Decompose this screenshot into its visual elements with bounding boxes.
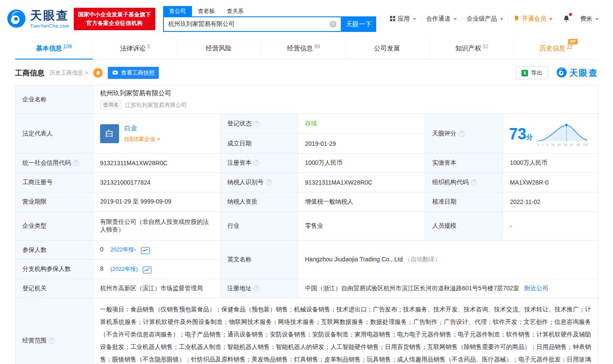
former-name-value[interactable]: 江苏玖到家贸易有限公司 [125, 101, 187, 109]
view-business-snapshot-button[interactable]: 查看工商快照 [108, 67, 159, 79]
annual-report-link[interactable]: 2022年报› [110, 246, 136, 253]
reg-address-label-cell: 注册地址? [220, 279, 298, 298]
staff-size-value: - [503, 212, 598, 241]
nav-open-vip-label: 开通会员 [522, 15, 546, 23]
score-axis-labels: 0151550859799100 [537, 143, 588, 146]
annual-report-link[interactable]: (2022年报) [110, 266, 138, 272]
branch-insured-label: 分支机构参保人数 [16, 260, 93, 279]
help-icon[interactable]: ? [49, 338, 55, 344]
nav-cooperation[interactable]: 合作通道 [421, 15, 462, 23]
tab-intellectual-property[interactable]: 知识产权 32 [430, 38, 514, 59]
business-term-label: 营业期限 [16, 192, 93, 212]
certification-badge-line1: 国家中小企业发展子基金旗下 [78, 10, 151, 19]
score-label: 天眼评分 [432, 130, 456, 137]
tab-count: 32 [483, 44, 488, 50]
bell-icon [95, 70, 101, 76]
help-icon[interactable]: ? [459, 131, 465, 137]
company-name-value: 杭州玖到家贸易有限公司 [100, 89, 591, 97]
search-tab-company[interactable]: 查公司 [163, 6, 192, 16]
search-tab-boss[interactable]: 查老板 [192, 6, 221, 16]
nearby-companies-link[interactable]: 附近公司 [524, 285, 548, 292]
legal-rep-positions-link[interactable]: 任职5家企业 > [124, 135, 160, 143]
business-info-table: 企业名称 杭州玖到家贸易有限公司 曾用名 江苏玖到家贸易有限公司 法定代表人 白… [15, 85, 598, 364]
notifications-bell[interactable] [557, 15, 575, 24]
establish-date-label: 成立日期 [220, 134, 298, 154]
tab-business-info[interactable]: 经营信息 99 [261, 38, 345, 59]
search-tab-relation[interactable]: 查关系 [221, 6, 250, 16]
tianyancha-eye-icon [7, 9, 26, 29]
legal-rep-name-link[interactable]: 白金 [124, 124, 160, 132]
export-button[interactable]: X 导出 [516, 66, 548, 79]
certification-badge-line2: 官方备案企业征信机构 [78, 19, 151, 28]
clear-search-icon[interactable]: × [330, 21, 336, 28]
search-input[interactable] [168, 21, 330, 28]
tab-basic-info[interactable]: 基本信息 109 [15, 38, 93, 59]
help-icon[interactable]: ? [266, 179, 272, 185]
help-icon[interactable]: ? [471, 179, 477, 185]
business-scope-label: 经营范围 [22, 337, 47, 344]
nav-user-menu[interactable]: 费米 [575, 15, 604, 23]
tab-label: 知识产权 [456, 44, 481, 53]
score-distribution-chart: 0151550859799100 [537, 122, 588, 146]
establish-date-value: 2019-01-29 [298, 134, 425, 154]
trend-chart-icon[interactable] [141, 247, 150, 254]
help-icon[interactable]: ? [73, 160, 79, 166]
tab-company-development[interactable]: 公司发展 [346, 38, 430, 59]
history-business-info-link[interactable]: 历史工商信息 > [50, 69, 88, 77]
apps-grid-icon [390, 16, 396, 23]
english-name-cell: Hangzhou Jiudaojia Trading Co., Ltd （自动翻… [298, 241, 598, 279]
paid-capital-label: 实缴资本 [425, 154, 503, 173]
reg-capital-label: 注册资本 [227, 159, 251, 166]
reg-address-cell: 中国（浙江）自由贸易试验区杭州市滨江区长河街道秋溢路601号5号楼7层702室 … [298, 279, 598, 298]
site-header: 天眼查 TianYanCha.com 国家中小企业发展子基金旗下 官方备案企业征… [0, 0, 613, 38]
reg-number-value: 321321000177824 [93, 173, 220, 192]
credit-code-label: 统一社会信用代码 [22, 159, 71, 166]
tianyancha-eye-icon [556, 67, 567, 79]
tab-legal-proceedings[interactable]: 法律诉讼 5 [93, 38, 177, 59]
insured-count-label: 参保人数 [16, 241, 93, 260]
site-logo[interactable]: 天眼查 TianYanCha.com [7, 9, 69, 29]
industry-value: 零售业 [298, 212, 425, 241]
nav-open-vip[interactable]: 开通会员 [509, 15, 557, 23]
score-cell[interactable]: 73分 0151550859799100 [503, 114, 598, 154]
trend-chart-icon[interactable] [143, 267, 151, 273]
legal-rep-avatar[interactable]: 白 [100, 124, 119, 143]
help-icon[interactable]: ? [254, 121, 260, 127]
branch-insured-cell: 8 (2022年报) [93, 260, 220, 279]
auto-translate-note: （自动翻译） [404, 256, 440, 263]
taxpayer-quality-value: 增值税一般纳税人 [298, 192, 425, 212]
export-button-label: 导出 [531, 69, 542, 77]
reg-authority-value: 杭州市高新区（滨江）市场监督管理局 [93, 279, 220, 298]
reg-authority-label: 登记机关 [16, 279, 93, 298]
org-code-label-cell: 组织机构代码? [425, 173, 503, 192]
help-icon[interactable]: ? [254, 286, 260, 292]
business-scope-label-cell: 经营范围? [16, 298, 93, 364]
company-tab-bar: 基本信息 109 法律诉讼 5 经营风险 经营信息 99 公司发展 知识产权 3… [15, 38, 598, 60]
taxpayer-id-label: 纳税人识别号 [227, 179, 264, 185]
reg-status-label: 登记状态 [227, 120, 251, 127]
tab-count: 22 [567, 44, 572, 50]
chevron-down-icon [453, 18, 457, 20]
english-name-value: Hangzhou Jiudaojia Trading Co., Ltd [305, 256, 402, 263]
nav-enterprise-products[interactable]: 企业级产品 [462, 15, 508, 23]
tab-operating-risk[interactable]: 经营风险 [177, 38, 261, 59]
org-code-label: 组织机构代码 [432, 179, 468, 185]
chevron-down-icon [595, 18, 599, 20]
english-name-label: 英文名称 [220, 241, 298, 279]
nav-cooperation-label: 合作通道 [426, 15, 450, 23]
tab-history-info[interactable]: 历史信息 VIP 22 [514, 38, 598, 59]
former-name-tag: 曾用名 [100, 100, 122, 110]
section-brand-logo: 天眼查 [556, 67, 598, 79]
reg-status-cell: 存续 [298, 114, 425, 134]
search-button[interactable]: 天眼一下 [342, 16, 376, 32]
approval-date-label: 核准日期 [425, 192, 503, 212]
certification-badge: 国家中小企业发展子基金旗下 官方备案企业征信机构 [74, 8, 155, 30]
tab-label: 基本信息 [36, 44, 62, 53]
reg-status-value: 存续 [305, 120, 317, 127]
monitor-bell-button[interactable] [93, 68, 103, 78]
legal-rep-label: 法定代表人 [16, 114, 93, 154]
paid-capital-value: 1000万人民币 [503, 154, 598, 173]
section-header: 工商信息 历史工商信息 > 查看工商快照 X 导出 天眼查 [15, 66, 598, 80]
nav-apps[interactable]: 应用 [385, 15, 421, 23]
help-icon[interactable]: ? [254, 160, 260, 166]
